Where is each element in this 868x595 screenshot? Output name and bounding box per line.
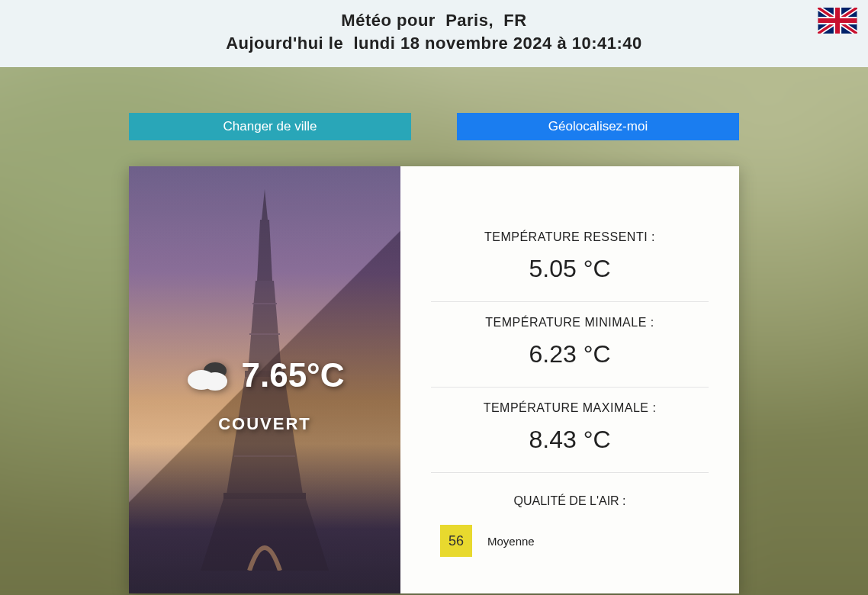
weather-details: TEMPÉRATURE RESSENTI : 5.05 °C TEMPÉRATU… xyxy=(400,166,739,593)
geolocate-button[interactable]: Géolocalisez-moi xyxy=(457,113,739,140)
metric-max-temp: TEMPÉRATURE MAXIMALE : 8.43 °C xyxy=(431,388,709,473)
metric-feels-like: TEMPÉRATURE RESSENTI : 5.05 °C xyxy=(431,217,709,302)
cloud-icon xyxy=(185,359,232,392)
action-buttons: Changer de ville Géolocalisez-moi xyxy=(0,113,868,140)
svg-point-9 xyxy=(203,372,227,391)
weather-card-hero: 7.65°C COUVERT xyxy=(129,166,400,593)
current-temperature: 7.65°C xyxy=(241,356,344,394)
air-quality-badge: 56 xyxy=(440,525,472,557)
air-quality: QUALITÉ DE L'AIR : 56 Moyenne xyxy=(431,473,709,557)
change-city-button[interactable]: Changer de ville xyxy=(129,113,411,140)
uk-flag-icon xyxy=(818,8,857,34)
page-title: Météo pour Paris, FR xyxy=(15,11,853,31)
weather-card: 7.65°C COUVERT TEMPÉRATURE RESSENTI : 5.… xyxy=(129,166,739,593)
language-flag-uk[interactable] xyxy=(818,8,857,34)
page-date: Aujourd'hui le lundi 18 novembre 2024 à … xyxy=(15,34,853,53)
weather-condition: COUVERT xyxy=(185,414,344,434)
metric-min-temp: TEMPÉRATURE MINIMALE : 6.23 °C xyxy=(431,302,709,388)
svg-rect-2 xyxy=(223,493,306,499)
air-quality-text: Moyenne xyxy=(487,535,535,548)
header: Météo pour Paris, FR Aujourd'hui le lund… xyxy=(0,0,868,67)
